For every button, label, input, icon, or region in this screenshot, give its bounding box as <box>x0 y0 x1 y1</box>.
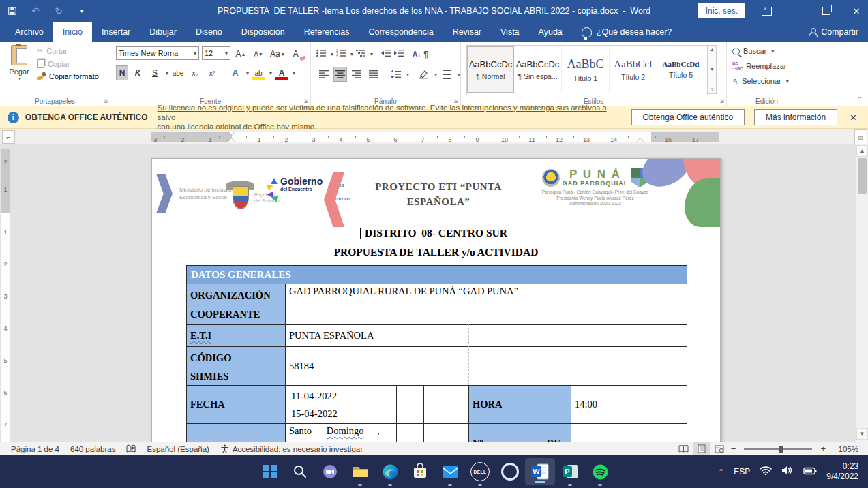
keyboard-language[interactable]: ESP <box>734 467 750 476</box>
ribbon-tab[interactable]: Ayuda <box>529 22 572 42</box>
left-indent-marker[interactable] <box>228 138 235 142</box>
line-spacing-button[interactable] <box>388 67 403 82</box>
multilevel-dropdown-icon[interactable]: ▾ <box>370 51 373 57</box>
bold-button[interactable]: N <box>116 65 128 80</box>
bullets-button[interactable] <box>316 48 327 60</box>
clear-formatting-button[interactable]: A <box>288 46 303 61</box>
font-size-combo[interactable]: 12▾ <box>202 46 230 60</box>
select-dropdown-icon[interactable]: ▾ <box>786 78 789 85</box>
fecha-label-cell[interactable]: FECHA <box>186 385 286 424</box>
microsoft-store-icon[interactable] <box>405 455 435 488</box>
warning-link[interactable]: Su licencia no es original y puede ser v… <box>158 103 622 132</box>
grow-font-button[interactable]: A▲ <box>233 46 248 61</box>
ribbon-tab[interactable]: Inicio <box>53 22 92 42</box>
accessibility-status[interactable]: Accesibilidad: es necesario investigar <box>220 444 363 453</box>
ribbon-tab[interactable]: Referencias <box>295 22 359 42</box>
style-heading1[interactable]: AaBbC Título 1 <box>562 46 610 93</box>
styles-gallery-scroll[interactable]: ▲▼▿ <box>708 45 717 94</box>
style-no-spacing[interactable]: AaBbCcDc ¶ Sin espa... <box>514 46 562 93</box>
word-count[interactable]: 640 palabras <box>70 445 116 453</box>
scrollbar-thumb[interactable] <box>858 158 867 194</box>
org-label-cell[interactable]: ORGANIZACIÓNCOOPERANTE <box>186 284 286 325</box>
styles-dialog-launcher-icon[interactable]: ⇲ <box>719 98 724 104</box>
table-header-cell[interactable]: DATOS GENERALES <box>186 265 687 284</box>
minimize-button[interactable]: — <box>785 0 808 22</box>
word-taskbar-icon[interactable]: W <box>525 458 555 485</box>
borders-button[interactable] <box>439 67 454 82</box>
ribbon-tab[interactable]: Revisar <box>443 22 491 42</box>
pilcrow-button[interactable]: ¶ <box>423 49 428 59</box>
ribbon-tab[interactable]: Insertar <box>92 22 140 42</box>
line-spacing-dropdown-icon[interactable]: ▾ <box>406 72 409 78</box>
customize-qat-icon[interactable]: ▾ <box>76 5 87 16</box>
close-button[interactable]: ✕ <box>845 0 868 22</box>
numbering-button[interactable]: 123 <box>336 48 346 60</box>
share-button[interactable]: Compartir <box>809 22 858 42</box>
empty-cell[interactable] <box>423 423 469 442</box>
shading-dropdown-icon[interactable]: ▾ <box>434 72 437 78</box>
ribbon-tab[interactable]: Diseño <box>186 22 232 42</box>
align-center-button[interactable] <box>333 67 347 82</box>
zoom-in-icon[interactable]: + <box>818 444 828 454</box>
replace-button[interactable]: ab⇢ac Reemplazar <box>732 60 807 72</box>
mail-icon[interactable] <box>435 455 465 488</box>
change-case-button[interactable]: Aa▾ <box>269 46 286 61</box>
hora-label-cell[interactable]: HORA <box>468 385 571 424</box>
scroll-up-icon[interactable]: ▲ <box>856 145 868 157</box>
alexa-icon[interactable] <box>495 455 525 488</box>
font-color-dropdown-icon[interactable]: ▾ <box>293 70 295 76</box>
text-effects-button[interactable]: A <box>228 65 243 80</box>
battery-icon[interactable] <box>803 466 817 478</box>
web-layout-icon[interactable] <box>710 442 728 455</box>
read-mode-icon[interactable] <box>675 442 693 455</box>
ribbon-tab[interactable]: Disposición <box>232 22 295 42</box>
zoom-slider-thumb[interactable] <box>779 446 783 453</box>
eti-label-cell[interactable]: E.T.I <box>186 324 286 347</box>
borders-dropdown-icon[interactable]: ▾ <box>458 72 460 78</box>
eti-value-cell[interactable]: PUNTA ESPAÑOLA <box>285 324 687 347</box>
format-painter-button[interactable]: Copiar formato <box>37 72 99 80</box>
scroll-down-icon[interactable]: ▼ <box>856 428 868 440</box>
justify-button[interactable] <box>366 67 381 82</box>
sort-button[interactable]: A↓ <box>413 50 421 58</box>
style-heading5[interactable]: AaBbCcDd Título 5 <box>657 46 704 93</box>
numbering-dropdown-icon[interactable]: ▾ <box>350 51 353 57</box>
org-value-cell[interactable]: GAD PARROQUIAL RURAL DE PUNÁ “GAD PUNA” <box>285 284 687 325</box>
decrease-indent-button[interactable] <box>381 48 391 60</box>
ruler-toggle-box[interactable]: ▤ <box>854 129 867 144</box>
start-button[interactable] <box>255 455 285 488</box>
publisher-icon[interactable]: P <box>555 455 585 488</box>
collapse-ribbon-icon[interactable]: ⌃ <box>857 95 863 103</box>
text-effects-dropdown-icon[interactable]: ▾ <box>246 70 249 76</box>
zoom-level[interactable]: 105% <box>828 445 858 453</box>
volume-icon[interactable] <box>781 466 794 478</box>
strikethrough-button[interactable]: abe <box>170 65 185 80</box>
print-layout-icon[interactable] <box>693 442 710 455</box>
file-explorer-icon[interactable] <box>345 455 375 488</box>
empty-cell[interactable] <box>423 385 469 424</box>
empty-cell[interactable] <box>396 423 424 442</box>
style-heading2[interactable]: AaBbCcI Título 2 <box>610 46 657 93</box>
redo-icon[interactable]: ↻ <box>53 5 64 16</box>
shrink-font-button[interactable]: A▼ <box>251 46 266 61</box>
sign-in-button[interactable]: Inic. ses. <box>698 3 745 18</box>
document-page[interactable]: Ministerio de InclusiónEconómica y Socia… <box>151 158 721 442</box>
align-right-button[interactable] <box>349 67 364 82</box>
taskbar-clock[interactable]: 0:23 9/4/2022 <box>826 461 858 482</box>
find-dropdown-icon[interactable]: ▾ <box>771 48 774 55</box>
edge-icon[interactable] <box>375 455 405 488</box>
fecha-value-cell[interactable]: 11-04-202215-04-2022 <box>285 385 397 424</box>
select-button[interactable]: ⇖ Seleccionar ▾ <box>732 75 807 87</box>
tab-stop-selector[interactable]: ⌐ <box>2 130 15 144</box>
ribbon-tab[interactable]: Archivo <box>5 22 53 42</box>
language-indicator[interactable]: Español (España) <box>147 445 209 453</box>
tell-me-box[interactable]: ¿Qué desea hacer? <box>582 22 672 42</box>
lugar-value-cell[interactable]: Santo Domingo , <box>285 423 397 442</box>
ribbon-tab[interactable]: Correspondencia <box>359 22 443 42</box>
paste-button[interactable]: Pegar ▾ <box>4 45 34 94</box>
spotify-icon[interactable] <box>585 455 615 488</box>
right-indent-marker[interactable] <box>637 138 644 142</box>
multilevel-list-button[interactable] <box>356 48 366 60</box>
get-genuine-office-button[interactable]: Obtenga Office auténtico <box>631 109 745 125</box>
participantes-label-cell[interactable]: NºDE <box>468 423 571 442</box>
